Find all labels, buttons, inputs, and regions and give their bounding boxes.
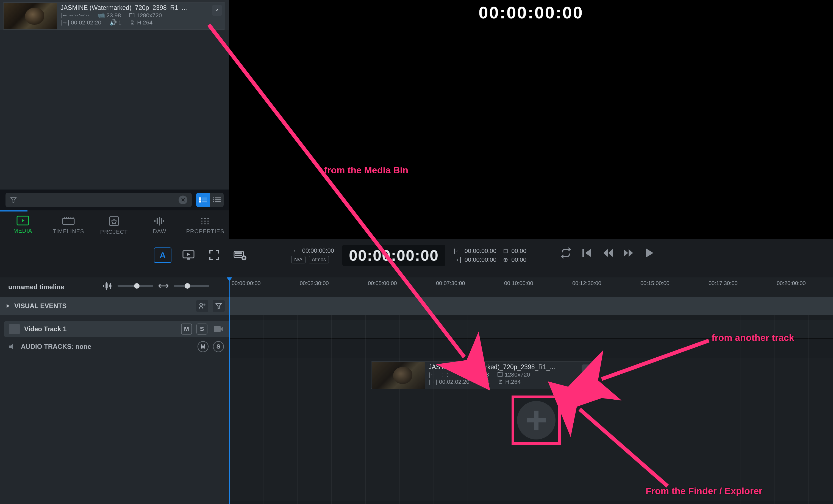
video-track-name[interactable]: Video Track 1 [24, 325, 177, 333]
viewer-timecode: 00:00:00:00 [479, 3, 584, 22]
svg-rect-10 [215, 199, 221, 200]
svg-rect-8 [213, 201, 214, 202]
ruler-tick: 00:15:00:00 [640, 280, 669, 286]
camera-icon [213, 325, 224, 333]
clip-channels: 1 [118, 19, 122, 26]
play-button[interactable] [644, 247, 655, 259]
svg-rect-17 [159, 217, 160, 225]
video-mute-button[interactable]: M [181, 323, 192, 335]
svg-rect-13 [63, 218, 74, 224]
svg-rect-29 [105, 284, 105, 288]
svg-rect-15 [154, 220, 156, 222]
waveform-icon [103, 282, 113, 290]
svg-rect-4 [202, 200, 207, 200]
tab-media[interactable]: MEDIA [0, 210, 46, 239]
viewer[interactable]: 00:00:00:00 [229, 0, 833, 239]
media-bin[interactable]: JASMINE (Watermarked)_720p_2398_R1_... |… [0, 0, 229, 190]
video-track-thumbnail [9, 324, 20, 334]
go-start-button[interactable] [581, 247, 592, 259]
waveform-zoom-slider[interactable] [118, 285, 153, 287]
svg-rect-3 [202, 198, 207, 198]
pill-atmos[interactable]: Atmos [309, 256, 329, 263]
svg-rect-11 [215, 201, 221, 202]
ghost-thumbnail [372, 362, 425, 389]
dragging-clip-ghost[interactable]: JASMINE (Watermarked)_720p_2398_R1_... |… [371, 361, 595, 389]
ruler-tick: 00:10:00:00 [504, 280, 533, 286]
fullscreen-button[interactable] [206, 247, 223, 263]
horizontal-zoom-slider[interactable] [174, 285, 209, 287]
audio-tracks-header[interactable]: AUDIO TRACKS: none M S [4, 339, 229, 354]
clear-filter-button[interactable]: ✕ [178, 196, 187, 205]
visual-events-lane[interactable]: VISUAL EVENTS [0, 297, 833, 315]
tab-daw[interactable]: DAW [137, 210, 183, 239]
open-clip-button[interactable] [212, 5, 222, 16]
video-track-1-header[interactable]: Video Track 1 M S [4, 321, 229, 337]
h-zoom-icon [158, 282, 169, 290]
audio-tracks-label: AUDIO TRACKS: none [21, 343, 193, 351]
range-out: 00:00:00:00 [465, 256, 496, 263]
svg-rect-34 [112, 285, 112, 287]
svg-point-35 [200, 303, 203, 306]
left-panel: JASMINE (Watermarked)_720p_2398_R1_... |… [0, 0, 229, 239]
ruler-tick: 00:00:00:00 [232, 280, 261, 286]
svg-rect-16 [157, 218, 158, 224]
svg-rect-27 [582, 249, 584, 257]
ruler-tick: 00:12:30:00 [572, 280, 601, 286]
audio-mute-button[interactable]: M [197, 341, 209, 352]
svg-rect-21 [187, 259, 190, 260]
clip-fps: 23.98 [106, 12, 121, 18]
plus-icon [517, 401, 555, 439]
timeline-name[interactable]: unnamed timeline [8, 283, 64, 291]
svg-rect-24 [235, 255, 242, 256]
transport-controls [561, 247, 655, 259]
mode-a-button[interactable]: A [154, 247, 171, 263]
svg-rect-14 [110, 217, 118, 225]
ruler-tick: 00:17:30:00 [709, 280, 738, 286]
timeline-ruler[interactable]: 00:00:00:0000:02:30:0000:05:00:0000:07:3… [229, 278, 833, 297]
clip-tc-in: --:--:--:-- [69, 12, 89, 18]
svg-point-26 [243, 257, 245, 259]
tab-media-label: MEDIA [14, 228, 32, 234]
track-headers: Video Track 1 M S AUDIO TRACKS: none M S [0, 315, 229, 504]
svg-rect-2 [199, 201, 201, 203]
rewind-button[interactable] [602, 247, 613, 259]
svg-rect-5 [202, 201, 207, 202]
ghost-clip-title: JASMINE (Watermarked)_720p_2398_R1_... [429, 363, 566, 371]
media-filter-field[interactable] [21, 196, 175, 203]
ghost-open-button[interactable] [581, 364, 592, 375]
drop-target-highlight [511, 395, 561, 445]
playhead-flag[interactable] [230, 278, 230, 297]
media-clip-card[interactable]: JASMINE (Watermarked)_720p_2398_R1_... |… [3, 2, 225, 30]
media-filter-row: ✕ [0, 190, 229, 210]
filter-visual-events-button[interactable] [213, 300, 225, 312]
dur-1: 00:00 [511, 247, 526, 255]
tc-left-block: |← 00:00:00:00 N/A Atmos [291, 247, 334, 263]
toolbar-timecode[interactable]: 00:00:00:00 [342, 245, 445, 266]
svg-rect-28 [103, 285, 104, 287]
tab-properties[interactable]: PROPERTIES [183, 210, 228, 239]
tab-timelines[interactable]: TIMELINES [46, 210, 91, 239]
timeline-header: unnamed timeline 00:00:00:0000:02:30:000… [0, 278, 833, 297]
ruler-tick: 00:05:00:00 [368, 280, 397, 286]
loop-button[interactable] [561, 247, 571, 259]
svg-rect-32 [109, 285, 110, 287]
forward-button[interactable] [623, 247, 634, 259]
svg-rect-31 [108, 284, 108, 288]
compact-view-button[interactable] [210, 193, 224, 207]
add-visual-event-button[interactable] [196, 300, 208, 312]
range-in: 00:00:00:00 [465, 247, 496, 255]
clip-codec: H.264 [137, 19, 152, 26]
video-solo-button[interactable]: S [196, 323, 208, 335]
audio-solo-button[interactable]: S [213, 341, 224, 352]
tab-project[interactable]: PROJECT [91, 210, 137, 239]
dur-2: 00:00 [511, 256, 526, 263]
timeline-settings-button[interactable] [231, 247, 249, 263]
media-filter-input[interactable]: ✕ [5, 193, 192, 207]
chevron-right-icon [5, 304, 10, 308]
monitor-button[interactable] [180, 247, 197, 263]
list-view-button[interactable] [196, 193, 210, 207]
svg-rect-6 [213, 197, 214, 198]
view-toggle[interactable] [196, 193, 224, 207]
tc-in: 00:00:00:00 [302, 247, 334, 254]
pill-na[interactable]: N/A [291, 256, 306, 263]
